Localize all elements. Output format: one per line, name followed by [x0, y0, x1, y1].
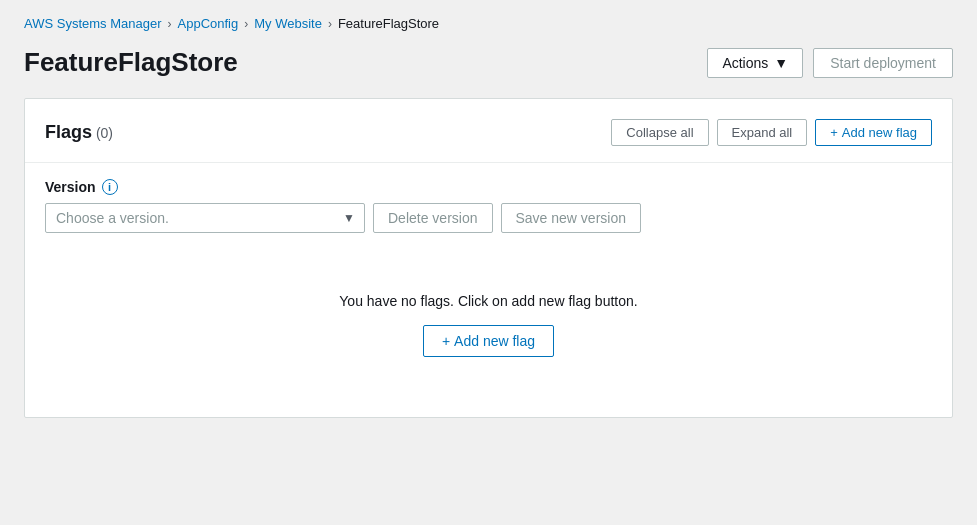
card-header: Flags (0) Collapse all Expand all + Add … — [45, 119, 932, 146]
empty-state: You have no flags. Click on add new flag… — [45, 253, 932, 397]
delete-version-button[interactable]: Delete version — [373, 203, 493, 233]
actions-label: Actions — [722, 55, 768, 71]
save-new-version-button[interactable]: Save new version — [501, 203, 642, 233]
header-actions: Actions ▼ Start deployment — [707, 48, 953, 78]
version-select-wrapper: Choose a version. ▼ — [45, 203, 365, 233]
actions-button[interactable]: Actions ▼ — [707, 48, 803, 78]
flags-card: Flags (0) Collapse all Expand all + Add … — [24, 98, 953, 418]
breadcrumb-link-mywebsite[interactable]: My Website — [254, 16, 322, 31]
version-label-text: Version — [45, 179, 96, 195]
card-title: Flags — [45, 122, 92, 142]
version-info-icon[interactable]: i — [102, 179, 118, 195]
version-controls: Choose a version. ▼ Delete version Save … — [45, 203, 932, 233]
breadcrumb-link-appconfig[interactable]: AppConfig — [178, 16, 239, 31]
breadcrumb-link-aws[interactable]: AWS Systems Manager — [24, 16, 162, 31]
add-new-flag-header-label: Add new flag — [842, 125, 917, 140]
breadcrumb-separator-1: › — [168, 17, 172, 31]
plus-icon-header: + — [830, 125, 838, 140]
card-title-wrapper: Flags (0) — [45, 122, 113, 143]
add-new-flag-center-button[interactable]: + Add new flag — [423, 325, 554, 357]
page-wrapper: AWS Systems Manager › AppConfig › My Web… — [0, 0, 977, 434]
page-title: FeatureFlagStore — [24, 47, 238, 78]
version-select[interactable]: Choose a version. — [45, 203, 365, 233]
flags-count: (0) — [96, 125, 113, 141]
card-divider — [25, 162, 952, 163]
breadcrumb-separator-2: › — [244, 17, 248, 31]
empty-state-text: You have no flags. Click on add new flag… — [65, 293, 912, 309]
expand-all-button[interactable]: Expand all — [717, 119, 808, 146]
plus-icon-center: + — [442, 333, 450, 349]
version-label-wrapper: Version i — [45, 179, 932, 195]
collapse-all-button[interactable]: Collapse all — [611, 119, 708, 146]
add-new-flag-center-label: Add new flag — [454, 333, 535, 349]
actions-dropdown-icon: ▼ — [774, 55, 788, 71]
page-header: FeatureFlagStore Actions ▼ Start deploym… — [24, 47, 953, 78]
add-new-flag-header-button[interactable]: + Add new flag — [815, 119, 932, 146]
breadcrumb-current: FeatureFlagStore — [338, 16, 439, 31]
breadcrumb-separator-3: › — [328, 17, 332, 31]
breadcrumb: AWS Systems Manager › AppConfig › My Web… — [24, 16, 953, 31]
card-header-actions: Collapse all Expand all + Add new flag — [611, 119, 932, 146]
start-deployment-button[interactable]: Start deployment — [813, 48, 953, 78]
version-section: Version i Choose a version. ▼ Delete ver… — [45, 179, 932, 233]
